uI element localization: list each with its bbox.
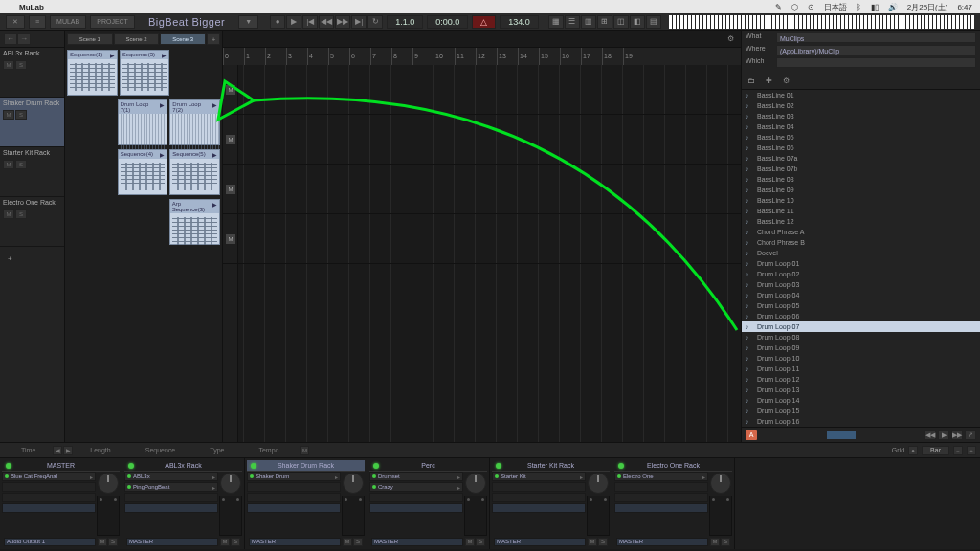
view-btn-6[interactable]: ◧ [630, 15, 645, 29]
mute-button[interactable]: M [3, 209, 14, 219]
mixer-slot[interactable]: PingPongBeat▸ [124, 482, 218, 492]
pan-knob[interactable] [710, 473, 731, 494]
play-button[interactable]: ▶ [286, 15, 301, 29]
mixer-slot-empty[interactable] [614, 493, 708, 502]
view-btn-1[interactable]: ▦ [548, 15, 564, 29]
browser-fwd-button[interactable]: ▶▶ [951, 430, 963, 440]
clip-slot-empty[interactable] [67, 199, 116, 245]
level-meter[interactable] [709, 496, 732, 536]
lane-m-badge[interactable]: M [226, 135, 235, 144]
browser-where-value[interactable]: (AppLibrary)/MuClip [776, 45, 976, 55]
mixer-slot[interactable]: Electro One▸ [614, 472, 708, 481]
clip-slot-empty[interactable] [118, 199, 167, 245]
piano-keyboard[interactable] [669, 15, 974, 29]
browser-item[interactable]: ♪BassLine 11 [742, 206, 980, 216]
grid-bar-button[interactable]: Bar [922, 446, 949, 455]
dropdown-button[interactable]: ▼ [238, 15, 258, 29]
browser-item[interactable]: ♪Drum Loop 02 [742, 269, 980, 279]
arrange-track-lane[interactable]: M [223, 115, 741, 165]
arrange-track-lane[interactable]: M [223, 65, 741, 115]
ime-indicator[interactable]: 日本語 [824, 2, 847, 12]
scene-tab[interactable]: Scene 1 [67, 33, 113, 45]
browser-folder-icon[interactable]: 🗀 [746, 75, 757, 86]
channel-solo-button[interactable]: S [353, 538, 363, 546]
project-name[interactable]: BigBeat Bigger [139, 16, 234, 28]
arrange-track-lane[interactable]: M [223, 214, 741, 264]
mixer-slot-empty[interactable] [492, 482, 586, 492]
evernote-icon[interactable]: ✎ [775, 3, 782, 11]
record-button[interactable]: ● [270, 15, 285, 29]
track-header[interactable]: Shaker Drum Rack M S [0, 98, 64, 147]
browser-item[interactable]: ♪Drum Loop 01 [742, 258, 980, 269]
nav-back-button[interactable]: ← [4, 33, 17, 45]
add-track-button[interactable]: + [0, 247, 64, 270]
browser-what-value[interactable]: MuClips [776, 33, 976, 43]
wifi-icon[interactable]: ⊙ [808, 3, 814, 11]
view-btn-7[interactable]: ▤ [646, 15, 661, 29]
browser-play-button[interactable]: ▶ [938, 430, 949, 440]
clip[interactable]: Drum Loop 7(2)▶ [169, 99, 220, 145]
output-selector[interactable]: MASTER [249, 538, 341, 546]
mixer-slot-empty[interactable] [124, 493, 218, 502]
browser-item[interactable]: ♪BassLine 04 [742, 121, 980, 132]
close-button[interactable]: ✕ [6, 15, 25, 29]
battery-icon[interactable]: ▮▯ [871, 3, 879, 11]
mute-button[interactable]: M [3, 160, 14, 169]
solo-button[interactable]: S [15, 160, 27, 169]
mixer-slot[interactable]: ABL3x▸ [124, 472, 218, 481]
mixer-channel-header[interactable]: Electro One Rack [614, 460, 732, 472]
info-m-button[interactable]: M [300, 446, 309, 455]
mixer-slot-empty[interactable] [369, 493, 463, 502]
forward-button[interactable]: ▶▶ [335, 15, 350, 29]
clip-slot-empty[interactable] [67, 149, 116, 195]
rewind-button[interactable]: ◀◀ [319, 15, 334, 29]
mixer-slot-empty[interactable] [2, 503, 96, 513]
browser-item[interactable]: ♪Drum Loop 13 [742, 385, 980, 395]
mixer-slot-empty[interactable] [247, 503, 341, 513]
zoom-in-button[interactable]: + [967, 446, 976, 455]
scene-tab[interactable]: Scene 3 [160, 33, 206, 45]
browser-item[interactable]: ♪Drum Loop 07 [742, 321, 980, 332]
channel-power-icon[interactable] [496, 463, 501, 469]
mixer-slot-empty[interactable] [614, 503, 708, 513]
mixer-slot-empty[interactable] [247, 493, 341, 502]
mixer-slot[interactable]: Crazy▸ [369, 482, 463, 492]
channel-mute-button[interactable]: M [710, 538, 720, 546]
channel-solo-button[interactable]: S [721, 538, 730, 546]
track-header[interactable]: Electro One Rack M S [0, 197, 64, 247]
output-selector[interactable]: MASTER [494, 538, 586, 546]
browser-item[interactable]: ♪Drum Loop 16 [742, 416, 980, 427]
view-btn-5[interactable]: ◫ [613, 15, 629, 29]
browser-item[interactable]: ♪Drum Loop 15 [742, 406, 980, 416]
timeline-ruler[interactable]: 012345678910111213141516171819 [223, 48, 741, 65]
browser-item[interactable]: ♪Drum Loop 11 [742, 364, 980, 374]
mulab-button[interactable]: MULAB [50, 15, 86, 29]
mixer-slot-empty[interactable] [2, 493, 96, 502]
metronome-button[interactable]: △ [472, 15, 496, 29]
time-display[interactable]: 0:00.0 [427, 15, 468, 29]
browser-item[interactable]: ♪Drum Loop 10 [742, 353, 980, 364]
bluetooth-icon[interactable]: ᛒ [857, 3, 861, 11]
level-meter[interactable] [587, 496, 610, 536]
view-btn-3[interactable]: ▥ [581, 15, 596, 29]
channel-power-icon[interactable] [6, 463, 11, 469]
output-selector[interactable]: MASTER [126, 538, 218, 546]
browser-mode-button[interactable]: A [746, 430, 757, 440]
output-selector[interactable]: MASTER [371, 538, 463, 546]
browser-settings-icon[interactable]: ⚙ [780, 75, 791, 86]
view-btn-2[interactable]: ☰ [565, 15, 580, 29]
mixer-slot-empty[interactable] [124, 503, 218, 513]
arrange-settings-icon[interactable]: ⚙ [724, 33, 737, 45]
mixer-channel-header[interactable]: Shaker Drum Rack [247, 460, 365, 472]
channel-mute-button[interactable]: M [220, 538, 230, 546]
mixer-slot-empty[interactable] [614, 482, 708, 492]
browser-add-icon[interactable]: ✚ [763, 75, 774, 86]
mixer-slot-empty[interactable] [492, 493, 586, 502]
browser-item[interactable]: ♪BassLine 03 [742, 111, 980, 121]
browser-item[interactable]: ♪Drum Loop 14 [742, 395, 980, 406]
level-meter[interactable] [219, 496, 242, 536]
mixer-slot-empty[interactable] [247, 482, 341, 492]
solo-button[interactable]: S [15, 110, 27, 120]
forward-end-button[interactable]: ▶| [351, 15, 367, 29]
channel-solo-button[interactable]: S [231, 538, 240, 546]
